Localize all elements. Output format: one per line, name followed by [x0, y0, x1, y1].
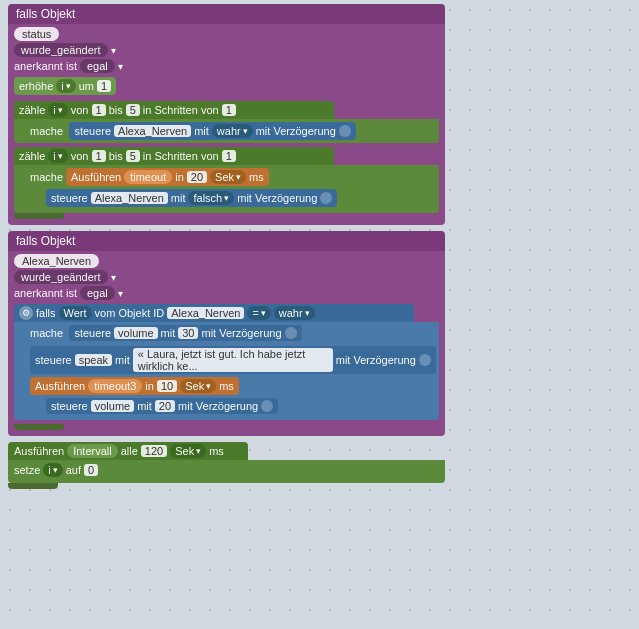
block2-header: falls Objekt [8, 231, 445, 251]
steuere-speak-block: steuere speak mit « Laura, jetzt ist gut… [30, 346, 436, 374]
steuere-vol-block: steuere volume mit 30 mit Verzögerung [69, 325, 301, 341]
zaehle2-body: mache Ausführen timeout in 20 Sek▾ ms [14, 165, 439, 213]
falls-body: mache steuere volume mit 30 mit Verzöger… [14, 322, 439, 420]
steuere2-obj: Alexa_Nerven [91, 192, 168, 204]
block2-obj-name: Alexa_Nerven [14, 254, 99, 268]
setze-var[interactable]: i▾ [43, 463, 62, 477]
main-container: falls Objekt status wurde_geändert ▾ ane… [8, 4, 445, 489]
block2-header-label: falls Objekt [16, 234, 75, 248]
steuere2-delay-circle [320, 192, 332, 204]
block1-falls-objekt: falls Objekt status wurde_geändert ▾ ane… [8, 4, 445, 225]
sek2-val[interactable]: Sek▾ [180, 379, 216, 393]
block3-body: setze i▾ auf 0 [8, 460, 445, 483]
timeout3-badge: timeout3 [88, 379, 142, 393]
falls-header: ⚙ falls Wert vom Objekt ID Alexa_Nerven … [14, 304, 414, 322]
ausfuehren1-block: Ausführen timeout in 20 Sek▾ ms [66, 168, 269, 186]
block2-falls-block: ⚙ falls Wert vom Objekt ID Alexa_Nerven … [14, 304, 439, 420]
erhoe-um: um [79, 80, 94, 92]
speak-val: « Laura, jetzt ist gut. Ich habe jetzt w… [133, 348, 333, 372]
val10: 10 [157, 380, 177, 392]
vol2-delay-circle [261, 400, 273, 412]
block1-anerkannt-val[interactable]: egal [80, 59, 115, 73]
block2-anerkannt-label: anerkannt ist [14, 287, 77, 299]
b2-obj-name-val: Alexa_Nerven [167, 307, 244, 319]
erhoe-var[interactable]: i▾ [56, 79, 75, 93]
block1-wurde-geandert[interactable]: wurde_geändert [14, 43, 108, 57]
zaehle1-var[interactable]: i▾ [48, 103, 67, 117]
auf-label: auf [66, 464, 81, 476]
sek3-val[interactable]: Sek▾ [170, 444, 206, 458]
setze-val: 0 [84, 464, 98, 476]
vol-delay-circle [285, 327, 297, 339]
vol2-val: 20 [155, 400, 175, 412]
block1-body: status wurde_geändert ▾ anerkannt ist eg… [8, 24, 445, 225]
zaehle2-var[interactable]: i▾ [48, 149, 67, 163]
erhoe-val: 1 [97, 80, 111, 92]
vol-val: 30 [178, 327, 198, 339]
zaehle2-header: zähle i▾ von 1 bis 5 in Schritten von 1 [14, 147, 334, 165]
zaehle1-val3: 1 [222, 104, 236, 116]
zaehle1-val2: 5 [126, 104, 140, 116]
zaehle1-header: zähle i▾ von 1 bis 5 in Schritten von 1 [14, 101, 334, 119]
steuere1-obj: Alexa_Nerven [114, 125, 191, 137]
ausfuehren2-block: Ausführen timeout3 in 10 Sek▾ ms [30, 377, 239, 395]
zaehle2-val1: 1 [92, 150, 106, 162]
block3-intervall: Ausführen Intervall alle 120 Sek▾ ms [8, 442, 248, 460]
mache2-label: mache [30, 171, 63, 183]
zaehle2-val2: 5 [126, 150, 140, 162]
val120: 120 [141, 445, 167, 457]
intervall-badge: Intervall [67, 444, 118, 458]
vol2-obj: volume [91, 400, 134, 412]
steuere2-val[interactable]: falsch▾ [188, 191, 234, 205]
mache1-label: mache [30, 125, 63, 137]
zaehle1-val1: 1 [92, 104, 106, 116]
val20: 20 [187, 171, 207, 183]
mache-label: mache [30, 327, 63, 339]
erhoe-label: erhöhe [19, 80, 53, 92]
setze-label: setze [14, 464, 40, 476]
block2-anerkannt-val[interactable]: egal [80, 286, 115, 300]
block2-falls-objekt: falls Objekt Alexa_Nerven wurde_geändert… [8, 231, 445, 436]
steuere1-block: steuere Alexa_Nerven mit wahr▾ mit Verzö… [69, 122, 355, 140]
block1-header: falls Objekt [8, 4, 445, 24]
block3: Ausführen Intervall alle 120 Sek▾ ms set… [8, 442, 445, 489]
timeout1-badge: timeout [124, 170, 172, 184]
zaehle2-val3: 1 [222, 150, 236, 162]
block1-header-label: falls Objekt [16, 7, 75, 21]
zaehle1-body: mache steuere Alexa_Nerven mit wahr▾ mit… [14, 119, 439, 143]
vol-obj: volume [114, 327, 157, 339]
steuere-vol2-block: steuere volume mit 20 mit Verzögerung [46, 398, 278, 414]
block2-wurde-geandert[interactable]: wurde_geändert [14, 270, 108, 284]
steuere1-val[interactable]: wahr▾ [212, 124, 253, 138]
wert-block: Wert [59, 306, 92, 320]
b2-wahr-val[interactable]: wahr▾ [274, 306, 315, 320]
speak-delay-circle [419, 354, 431, 366]
block1-status: status [14, 27, 59, 41]
gear-icon: ⚙ [19, 306, 33, 320]
block2-body: Alexa_Nerven wurde_geändert ▾ anerkannt … [8, 251, 445, 436]
sek1-val[interactable]: Sek▾ [210, 170, 246, 184]
steuere2-block: steuere Alexa_Nerven mit falsch▾ mit Ver… [46, 189, 337, 207]
steuere1-delay-circle [339, 125, 351, 137]
speak-obj: speak [75, 354, 112, 366]
eq-badge[interactable]: =▾ [247, 306, 270, 320]
block1-anerkannt-label: anerkannt ist [14, 60, 77, 72]
